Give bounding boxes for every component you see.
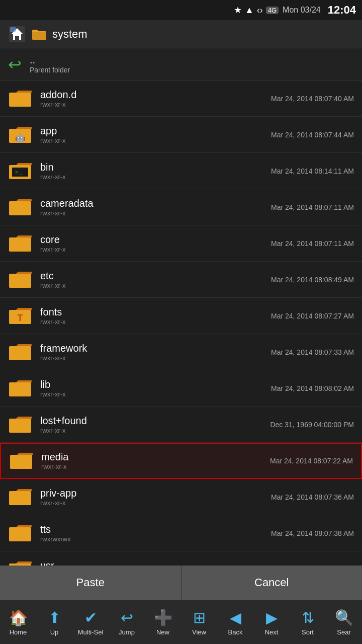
svg-rect-15 xyxy=(9,382,31,396)
svg-text:T: T xyxy=(18,313,23,323)
file-row-media[interactable]: mediarwxr-xr-xMar 24, 2014 08:07:22 AM xyxy=(0,443,362,479)
title-folder-name: system xyxy=(52,28,87,41)
nav-icon-next: ▶ xyxy=(266,609,278,626)
file-row-tts[interactable]: ttsrwxrwxrwxMar 24, 2014 08:07:38 AM xyxy=(0,515,362,551)
file-row-lib[interactable]: librwxr-xr-xMar 24, 2014 08:08:02 AM xyxy=(0,370,362,407)
nav-item-home[interactable]: 🏠Home xyxy=(0,609,36,636)
file-perms-tts: rwxrwxrwx xyxy=(40,535,263,543)
nav-label-back: Back xyxy=(228,628,243,636)
nav-label-next: Next xyxy=(265,628,279,636)
folder-icon-priv-app xyxy=(8,487,32,507)
nav-item-back[interactable]: ◀Back xyxy=(217,609,253,636)
paste-button[interactable]: Paste xyxy=(0,566,182,600)
file-row-addon-d[interactable]: addon.drwxr-xr-xMar 24, 2014 08:07:40 AM xyxy=(0,80,362,117)
nav-icon-sort: ⇅ xyxy=(302,609,314,626)
parent-label: Parent folder xyxy=(30,66,70,74)
folder-icon-media xyxy=(9,451,33,471)
home-icon[interactable] xyxy=(8,25,26,43)
file-row-app[interactable]: 🤖apprwxr-xr-xMar 24, 2014 08:07:44 AM xyxy=(0,117,362,153)
file-name-core: core xyxy=(40,234,263,246)
folder-icon-app: 🤖 xyxy=(8,125,32,145)
folder-icon-lost-found xyxy=(8,415,32,435)
nav-item-view[interactable]: ⊞View xyxy=(181,609,217,636)
file-name-fonts: fonts xyxy=(40,306,263,318)
svg-rect-10 xyxy=(9,237,31,252)
file-perms-lib: rwxr-xr-x xyxy=(40,390,263,398)
file-info-tts: ttsrwxrwxrwx xyxy=(40,524,263,543)
nav-item-sort[interactable]: ⇅Sort xyxy=(290,609,326,636)
file-date-fonts: Mar 24, 2014 08:07:27 AM xyxy=(271,312,354,320)
file-date-etc: Mar 24, 2014 08:08:49 AM xyxy=(271,276,354,284)
svg-rect-17 xyxy=(10,455,32,469)
file-perms-addon-d: rwxr-xr-x xyxy=(40,101,263,108)
svg-rect-2 xyxy=(10,27,16,32)
nav-icon-home: 🏠 xyxy=(9,609,28,626)
back-arrow-icon: ↩ xyxy=(8,55,22,74)
nav-label-view: View xyxy=(192,628,206,636)
file-row-etc[interactable]: etcrwxr-xr-xMar 24, 2014 08:08:49 AM xyxy=(0,262,362,298)
file-row-cameradata[interactable]: cameradatarwxr-xr-xMar 24, 2014 08:07:11… xyxy=(0,189,362,225)
nav-item-search[interactable]: 🔍Sear xyxy=(326,609,362,636)
svg-rect-14 xyxy=(9,346,31,360)
file-name-addon-d: addon.d xyxy=(40,89,263,101)
file-row-core[interactable]: corerwxr-xr-xMar 24, 2014 08:07:11 AM xyxy=(0,225,362,262)
folder-icon-addon-d xyxy=(8,89,32,109)
file-date-core: Mar 24, 2014 08:07:11 AM xyxy=(271,239,354,248)
file-info-etc: etcrwxr-xr-x xyxy=(40,270,263,289)
file-perms-etc: rwxr-xr-x xyxy=(40,282,263,289)
file-name-framework: framework xyxy=(40,343,263,354)
file-name-tts: tts xyxy=(40,524,263,535)
file-perms-lost-found: rwxr-xr-x xyxy=(40,427,262,434)
parent-folder-row[interactable]: ↩ .. Parent folder xyxy=(0,48,362,80)
file-name-etc: etc xyxy=(40,270,263,282)
file-date-app: Mar 24, 2014 08:07:44 AM xyxy=(271,131,354,139)
file-name-media: media xyxy=(41,451,262,463)
nav-icon-new: ➕ xyxy=(154,609,172,626)
file-date-lost-found: Dec 31, 1969 04:00:00 PM xyxy=(270,421,354,429)
folder-icon-bin: > _ xyxy=(8,161,32,181)
folder-icon-fonts: T xyxy=(8,306,32,326)
file-perms-cameradata: rwxr-xr-x xyxy=(40,209,263,217)
file-info-framework: frameworkrwxr-xr-x xyxy=(40,343,263,362)
file-perms-priv-app: rwxr-xr-x xyxy=(40,499,263,507)
nav-item-new[interactable]: ➕New xyxy=(145,609,181,636)
folder-icon-etc xyxy=(8,270,32,290)
file-row-lost-found[interactable]: lost+foundrwxr-xr-xDec 31, 1969 04:00:00… xyxy=(0,407,362,443)
svg-text:🤖: 🤖 xyxy=(15,133,25,142)
folder-icon-cameradata xyxy=(8,197,32,217)
status-date: Mon 03/24 xyxy=(283,6,321,15)
folder-icon-framework xyxy=(8,342,32,362)
file-name-cameradata: cameradata xyxy=(40,198,263,209)
file-name-bin: bin xyxy=(40,162,263,173)
file-row-priv-app[interactable]: priv-apprwxr-xr-xMar 24, 2014 08:07:36 A… xyxy=(0,479,362,515)
svg-rect-16 xyxy=(9,419,31,433)
nav-icon-multi-sel: ✔ xyxy=(84,609,97,626)
folder-icon-core xyxy=(8,233,32,254)
nav-item-jump[interactable]: ↩Jump xyxy=(109,609,145,636)
file-date-framework: Mar 24, 2014 08:07:33 AM xyxy=(271,348,354,356)
file-date-priv-app: Mar 24, 2014 08:07:36 AM xyxy=(271,493,354,501)
svg-rect-3 xyxy=(9,93,31,107)
nav-item-next[interactable]: ▶Next xyxy=(253,609,290,636)
file-name-app: app xyxy=(40,125,263,137)
nav-label-sort: Sort xyxy=(302,628,314,636)
file-row-framework[interactable]: frameworkrwxr-xr-xMar 24, 2014 08:07:33 … xyxy=(0,334,362,370)
nav-item-multi-sel[interactable]: ✔Multi-Sel xyxy=(72,609,109,636)
nav-label-up: Up xyxy=(50,628,59,636)
svg-rect-9 xyxy=(9,201,31,215)
nav-label-search: Sear xyxy=(337,628,350,636)
file-name-lib: lib xyxy=(40,379,263,390)
file-perms-core: rwxr-xr-x xyxy=(40,246,263,253)
cancel-button[interactable]: Cancel xyxy=(182,566,363,600)
folder-icon-tts xyxy=(8,523,32,543)
4g-badge: 4G xyxy=(266,7,279,14)
signal-icon: ‹› xyxy=(257,5,263,16)
file-row-fonts[interactable]: Tfontsrwxr-xr-xMar 24, 2014 08:07:27 AM xyxy=(0,298,362,334)
file-date-cameradata: Mar 24, 2014 08:07:11 AM xyxy=(271,203,354,211)
svg-rect-19 xyxy=(9,527,31,541)
file-info-cameradata: cameradatarwxr-xr-x xyxy=(40,198,263,217)
file-row-bin[interactable]: > _binrwxr-xr-xMar 24, 2014 08:14:11 AM xyxy=(0,153,362,189)
file-perms-fonts: rwxr-xr-x xyxy=(40,318,263,326)
nav-item-up[interactable]: ⬆Up xyxy=(36,609,72,636)
nav-label-new: New xyxy=(156,628,169,636)
